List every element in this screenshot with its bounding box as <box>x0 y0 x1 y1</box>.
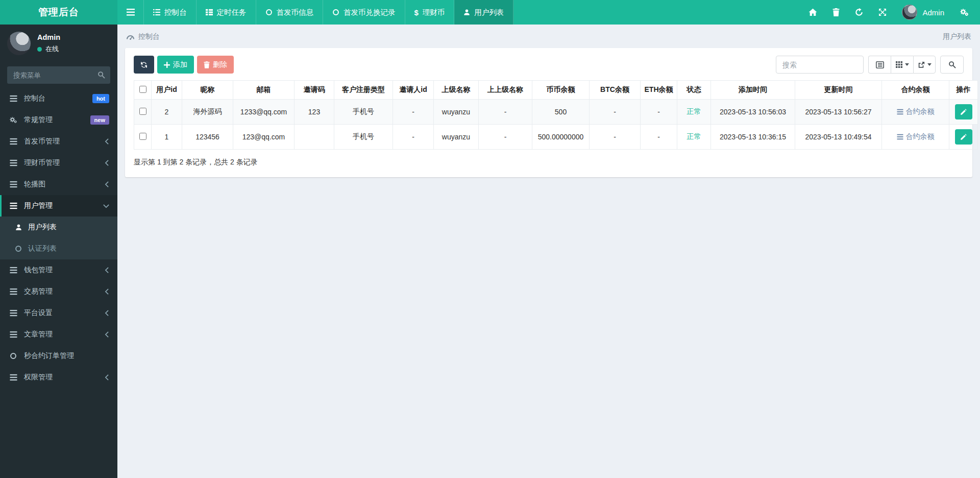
export-button[interactable] <box>913 56 936 74</box>
list-icon <box>153 9 160 16</box>
sidebar-profile: Admin 在线 <box>0 25 117 60</box>
contract-balance-link[interactable]: 合约余额 <box>897 107 935 116</box>
grid-icon <box>896 61 902 68</box>
sidebar-item-label: 交易管理 <box>24 287 53 296</box>
sidebar-item-trade-manage[interactable]: 交易管理 <box>0 281 117 302</box>
select-all-checkbox[interactable] <box>139 86 146 93</box>
sidebar-item-general[interactable]: 常规管理 new <box>0 109 117 131</box>
chevron-left-icon <box>105 160 109 166</box>
column-header: 操作 <box>949 81 978 100</box>
sidebar-item-ico-manage[interactable]: 首发币管理 <box>0 131 117 152</box>
nav-tab-wealth-coin[interactable]: $ 理财币 <box>405 0 455 25</box>
toolbar-right <box>776 56 964 74</box>
sidebar-item-carousel[interactable]: 轮播图 <box>0 174 117 195</box>
refresh-button[interactable] <box>134 56 154 74</box>
sidebar-menu: 控制台 hot 常规管理 new 首发币管理 理财币管理 轮播图 用户管理 <box>0 88 117 388</box>
user-icon <box>13 224 23 231</box>
list-icon <box>897 134 903 140</box>
nav-tab-label: 首发币兑换记录 <box>344 8 396 17</box>
trash-icon[interactable] <box>832 8 840 16</box>
home-icon[interactable] <box>808 8 817 16</box>
column-header: 昵称 <box>182 81 233 100</box>
register-type-cell: 手机号 <box>334 100 393 125</box>
table-view-button-group <box>868 56 936 74</box>
list-icon <box>8 138 18 145</box>
sidebar-item-wallet-manage[interactable]: 钱包管理 <box>0 259 117 281</box>
profile-status: 在线 <box>37 44 60 54</box>
settings-gears-icon[interactable] <box>960 8 969 16</box>
email-cell: 1233@qq.com <box>233 100 295 125</box>
nav-tab-user-list[interactable]: 用户列表 <box>454 0 513 25</box>
avatar <box>902 5 917 20</box>
nav-tab-label: 首发币信息 <box>277 8 314 17</box>
sidebar-toggle-button[interactable] <box>117 0 144 25</box>
table-row: 2 海外源码 1233@qq.com 123 手机号 - wuyanzu - 5… <box>134 100 978 125</box>
sidebar-item-wealth-manage[interactable]: 理财币管理 <box>0 152 117 174</box>
contract-balance-label: 合约余额 <box>906 132 935 141</box>
sidebar-item-platform-settings[interactable]: 平台设置 <box>0 302 117 324</box>
sidebar-item-contract-orders[interactable]: 秒合约订单管理 <box>0 345 117 367</box>
chevron-left-icon <box>105 310 109 316</box>
user-id-cell: 1 <box>152 125 182 150</box>
created-at-cell: 2023-05-13 10:36:15 <box>711 125 795 150</box>
row-checkbox[interactable] <box>139 108 146 115</box>
column-header: 邀请人id <box>393 81 434 100</box>
add-button[interactable]: 添加 <box>157 56 194 74</box>
list-icon <box>8 95 18 102</box>
contract-balance-link[interactable]: 合约余额 <box>897 132 935 141</box>
nav-tab-dashboard[interactable]: 控制台 <box>144 0 197 25</box>
breadcrumb-label: 控制台 <box>138 32 160 41</box>
user-id-cell: 2 <box>152 100 182 125</box>
add-button-label: 添加 <box>173 60 187 69</box>
sidebar-search-input[interactable] <box>7 66 110 84</box>
sidebar-item-dashboard[interactable]: 控制台 hot <box>0 88 117 109</box>
user-menu[interactable]: Admin <box>902 5 944 20</box>
new-badge: new <box>90 115 109 124</box>
list-icon <box>8 267 18 274</box>
fullscreen-icon[interactable] <box>878 8 887 16</box>
email-cell: 123@qq.com <box>233 125 295 150</box>
sidebar: Admin 在线 控制台 hot 常规管理 new 首发币管理 <box>0 25 117 478</box>
parent-name-cell: wuyanzu <box>434 100 479 125</box>
table-header-row: 用户id 昵称 邮箱 邀请码 客户注册类型 邀请人id 上级名称 上上级名称 币… <box>134 81 978 100</box>
nav-tab-ico-exchange[interactable]: 首发币兑换记录 <box>323 0 405 25</box>
table-search-input[interactable] <box>776 56 864 74</box>
nav-tab-ico-info[interactable]: 首发币信息 <box>256 0 324 25</box>
sidebar-item-label: 秒合约订单管理 <box>24 351 74 361</box>
sidebar-item-user-list[interactable]: 用户列表 <box>0 217 117 238</box>
sidebar-item-article-manage[interactable]: 文章管理 <box>0 324 117 345</box>
list-icon <box>8 309 18 317</box>
sidebar-item-user-manage[interactable]: 用户管理 <box>0 195 117 217</box>
nav-tab-cron[interactable]: 定时任务 <box>197 0 256 25</box>
sidebar-item-label: 用户管理 <box>24 201 53 210</box>
invite-code-cell <box>295 125 334 150</box>
hot-badge: hot <box>92 94 109 103</box>
btc-balance-cell: - <box>590 125 641 150</box>
sidebar-item-label: 用户列表 <box>28 223 57 232</box>
contract-balance-cell: 合约余额 <box>882 125 949 150</box>
table-search-button[interactable] <box>940 56 964 74</box>
row-checkbox[interactable] <box>139 133 146 140</box>
columns-button[interactable] <box>891 56 913 74</box>
list-icon <box>8 331 18 338</box>
list-icon <box>8 181 18 188</box>
search-icon[interactable] <box>97 71 105 79</box>
column-header: 添加时间 <box>711 81 795 100</box>
chevron-left-icon <box>105 374 109 380</box>
grandparent-name-cell: - <box>479 125 532 150</box>
user-manage-submenu: 用户列表 认证列表 <box>0 217 117 259</box>
list-icon <box>8 374 18 381</box>
search-icon <box>948 61 956 68</box>
toggle-view-button[interactable] <box>868 56 891 74</box>
clear-cache-icon[interactable] <box>855 8 863 16</box>
edit-button[interactable] <box>955 129 972 145</box>
updated-at-cell: 2023-05-13 10:56:27 <box>795 100 882 125</box>
sidebar-item-label: 权限管理 <box>24 373 53 382</box>
column-header: ETH余额 <box>641 81 677 100</box>
sidebar-item-permission-manage[interactable]: 权限管理 <box>0 367 117 388</box>
sidebar-item-auth-list[interactable]: 认证列表 <box>0 238 117 259</box>
delete-button[interactable]: 删除 <box>197 56 234 74</box>
caret-down-icon <box>927 63 932 66</box>
list-icon <box>8 159 18 166</box>
edit-button[interactable] <box>955 104 972 119</box>
